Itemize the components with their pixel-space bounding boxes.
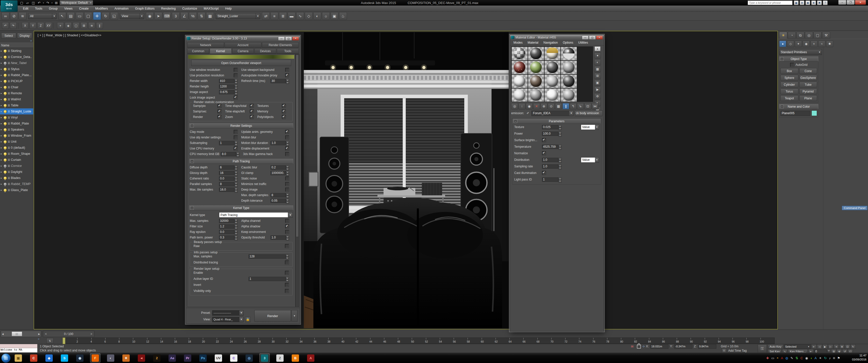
close-button[interactable]: ✕ [596, 36, 603, 40]
checkbox[interactable] [285, 152, 289, 156]
menu-item[interactable]: Rendering [158, 5, 179, 11]
object-name-field[interactable]: Plane005 [780, 111, 810, 116]
scene-explorer-item[interactable]: ▸ ≣ Glass_Plate [0, 187, 33, 193]
spinner-arrows[interactable]: ▲▼ [558, 132, 562, 136]
expand-arrow-icon[interactable]: ▸ [1, 159, 3, 161]
checkbox[interactable] [282, 109, 286, 113]
number-field[interactable]: 1.2▲▼ [219, 224, 238, 229]
expand-arrow-icon[interactable]: ▸ [1, 110, 3, 113]
autocad[interactable]: A [306, 354, 316, 363]
time-slider[interactable] [63, 337, 65, 344]
scene-explorer-item[interactable]: ▸ ≣ Rabbit_TEMP [0, 181, 33, 187]
premiere-pro[interactable]: Pr [182, 354, 193, 363]
material-name-dropdown[interactable]: Forum_IDEA▼ [531, 111, 574, 116]
trackbar-toggle-icon[interactable]: ⇅ [46, 338, 54, 343]
checkbox[interactable] [285, 289, 289, 293]
put-to-scene-icon[interactable]: ⊙ [548, 103, 555, 109]
schematic-view-icon[interactable]: ◇ [305, 12, 313, 20]
preset-dropdown[interactable]: -------------------▼ [212, 310, 244, 316]
shapes-icon[interactable]: ◇ [787, 41, 794, 47]
material-sample-slot[interactable] [512, 88, 528, 102]
network-globe-icon[interactable]: ◍ [785, 356, 788, 360]
selection-filter-dropdown[interactable]: All▼ [28, 13, 57, 19]
visibility-bulb-icon[interactable] [3, 98, 7, 101]
number-field[interactable]: 1.0▲▼ [271, 235, 289, 240]
systems-icon[interactable]: ✱ [826, 41, 833, 47]
sync-error-icon[interactable]: ✚ [766, 356, 769, 360]
expand-arrow-icon[interactable]: ▸ [1, 62, 3, 64]
show-shaded-material-in-viewport-icon[interactable]: ▦ [555, 103, 562, 109]
value-mode-dropdown[interactable]: Value▼ [581, 125, 599, 130]
maxscript-mini-listener[interactable]: Welcome to MA [0, 344, 38, 353]
macro-recorder-pane[interactable] [0, 344, 37, 348]
checkbox[interactable] [250, 104, 254, 108]
exchange-icon[interactable]: ✖ [817, 0, 822, 5]
primitive-button[interactable]: GeoSphere [799, 75, 817, 81]
system-clock[interactable]: 11:47 03/09/2016 [842, 354, 867, 362]
auto-key-button[interactable]: Auto Key [768, 344, 783, 349]
photoshop[interactable]: Ps [198, 354, 208, 363]
menu-item[interactable]: Help [222, 5, 235, 11]
material-sample-slot[interactable] [544, 61, 561, 74]
number-field[interactable]: 1▲▼ [249, 277, 289, 281]
java-icon[interactable]: ◓ [777, 356, 779, 360]
checkbox[interactable] [285, 68, 289, 72]
number-field[interactable]: 16.0▲▼ [219, 188, 238, 192]
number-field[interactable]: 0.2▲▼ [271, 165, 289, 170]
celtx[interactable]: C [228, 354, 239, 363]
y-coordinate-field[interactable]: -0.347m [674, 344, 692, 349]
material-type-button[interactable]: ck body emission [575, 110, 602, 116]
put-to-library-icon[interactable]: ↑ [519, 103, 525, 109]
material-sample-slot[interactable] [528, 46, 544, 61]
render-button[interactable]: Render [254, 310, 291, 322]
set-keys-icon[interactable]: ⚿ [758, 344, 767, 353]
material-sample-slot[interactable] [512, 61, 528, 74]
menu-item[interactable]: Modifiers [92, 5, 111, 11]
scene-explorer-item[interactable]: ▸ ≣ New_Tabel [0, 60, 33, 66]
primitive-button[interactable]: Cylinder [780, 82, 798, 88]
angle-snap-icon[interactable]: ∠ [180, 12, 188, 20]
expand-arrow-icon[interactable]: ▸ [1, 171, 3, 173]
checkbox[interactable] [234, 130, 238, 134]
delete-material-icon[interactable]: ✕ [533, 103, 540, 109]
usb-icon[interactable]: ⇅ [796, 356, 798, 360]
material-sample-slot[interactable] [561, 74, 577, 88]
spinner-arrows[interactable]: ▲▼ [286, 193, 289, 197]
spinner-arrows[interactable]: ▲▼ [235, 90, 238, 94]
previous-frame-icon[interactable]: < [43, 332, 49, 336]
zoom-extents-icon[interactable]: ⊡ [845, 344, 850, 349]
render-setup-tab[interactable]: Tools [277, 48, 299, 54]
close-button[interactable]: ✕ [855, 0, 866, 5]
menu-item[interactable]: Options [560, 40, 576, 45]
menu-item[interactable]: Views [61, 5, 76, 11]
restrict-z-icon[interactable]: Z [37, 22, 44, 29]
satellite-icon[interactable]: ✴ [819, 356, 822, 360]
menu-item[interactable]: Animation [111, 5, 132, 11]
visibility-bulb-icon[interactable] [3, 62, 7, 65]
render-setup-tab[interactable]: Devices [254, 48, 276, 54]
path-tracing-rollout-header[interactable]: Path Tracing [189, 159, 293, 164]
snaps-toggle-icon[interactable]: 3 [172, 12, 180, 20]
spinner-arrows[interactable]: ▲▼ [286, 254, 289, 259]
sample-type-sphere-icon[interactable]: ● [594, 53, 601, 59]
ccleaner-tray-icon[interactable]: C [800, 356, 803, 360]
go-to-parent-icon[interactable]: ↰ [570, 103, 577, 109]
menu-item[interactable]: Navigation [541, 40, 560, 45]
render-setup-tab[interactable]: Common [187, 48, 209, 54]
menu-item[interactable]: Customize [179, 5, 200, 11]
number-field[interactable]: 4525.759▲▼ [542, 145, 562, 149]
rendered-frame-window-icon[interactable]: ▣ [331, 12, 338, 20]
make-preview-icon[interactable]: ▶ [594, 87, 601, 93]
number-field[interactable]: 0.0▲▼ [219, 176, 238, 181]
name-column-header[interactable]: Name [0, 43, 33, 48]
number-field[interactable]: 8▲▼ [271, 193, 289, 197]
selection-lock-icon[interactable] [637, 344, 641, 349]
file-explorer[interactable]: ▣ [13, 354, 24, 363]
expand-arrow-icon[interactable]: ▸ [1, 68, 3, 70]
spinner-arrows[interactable]: ▲▼ [235, 85, 238, 89]
next-frame-icon[interactable]: > [89, 332, 94, 336]
restrict-xy-plane-icon[interactable]: XY [45, 22, 52, 29]
play-animation-icon[interactable]: ▶ [823, 344, 828, 349]
scene-explorer-item[interactable]: ▸ ≣ Daylight [0, 169, 33, 175]
material-sample-slot[interactable] [512, 46, 528, 61]
